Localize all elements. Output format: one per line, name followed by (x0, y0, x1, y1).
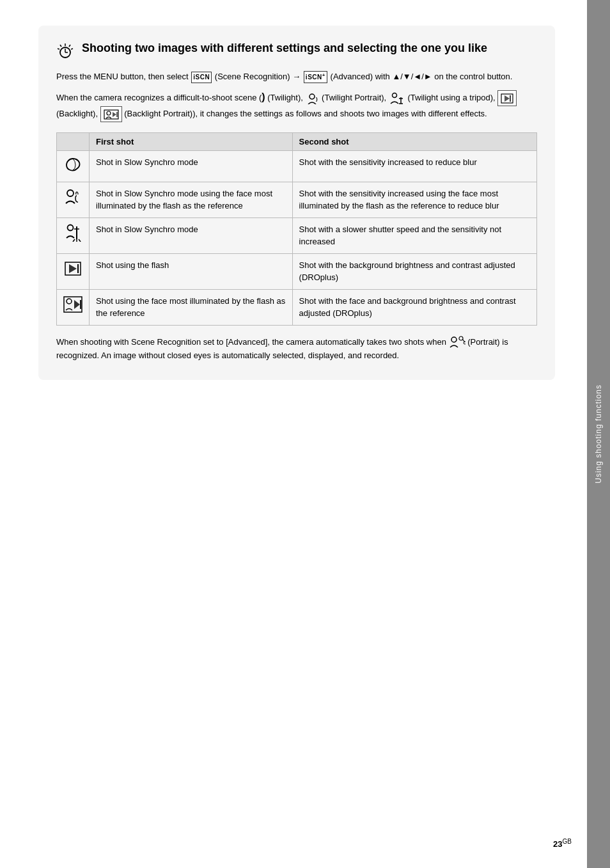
row-first-twilight-portrait: Shot in Slow Synchro mode using the face… (90, 182, 293, 217)
row-first-backlight: Shot using the flash (90, 253, 293, 289)
svg-line-27 (79, 239, 81, 242)
table-row: Shot in Slow Synchro mode Shot with a sl… (57, 217, 537, 253)
svg-text:): ) (316, 96, 318, 102)
svg-point-36 (451, 337, 457, 342)
row-first-tripod: Shot in Slow Synchro mode (90, 217, 293, 253)
svg-marker-20 (113, 112, 116, 117)
svg-point-23 (68, 225, 74, 231)
title-text: Shooting two images with different setti… (82, 41, 487, 56)
row-icon-tripod (57, 217, 90, 253)
table-row: Shot in Slow Synchro mode using the face… (57, 182, 537, 217)
row-icon-twilight (57, 150, 90, 182)
svg-line-3 (60, 45, 61, 47)
svg-line-4 (58, 49, 59, 49)
table-row: Shot using the face most illuminated by … (57, 289, 537, 325)
svg-point-19 (107, 111, 111, 115)
col-header-second: Second shot (292, 132, 536, 150)
side-tab-label: Using shooting functions (594, 384, 603, 484)
scn-badge-2: iSCN+ (304, 71, 327, 83)
svg-line-26 (73, 239, 75, 242)
content-box: Shooting two images with different setti… (38, 26, 555, 380)
intro-paragraph-2: When the camera recognizes a difficult-t… (56, 89, 537, 122)
svg-marker-16 (504, 95, 510, 102)
page-number: 23GB (553, 838, 572, 849)
backlight-icon (497, 90, 517, 106)
row-icon-backlight (57, 253, 90, 289)
table-row: Shot in Slow Synchro mode Shot with the … (57, 150, 537, 182)
note-paragraph: When shooting with Scene Recognition set… (56, 336, 537, 363)
svg-point-9 (309, 94, 315, 99)
svg-point-11 (392, 93, 396, 97)
col-header-first: First shot (90, 132, 293, 150)
row-first-backlight-portrait: Shot using the face most illuminated by … (90, 289, 293, 325)
svg-line-6 (71, 49, 73, 49)
svg-point-37 (459, 336, 463, 340)
row-icon-twilight-portrait (57, 182, 90, 217)
side-tab: Using shooting functions (587, 0, 610, 868)
col-header-icon (57, 132, 90, 150)
row-first-twilight: Shot in Slow Synchro mode (90, 150, 293, 182)
row-second-backlight: Shot with the background brightness and … (292, 253, 536, 289)
svg-point-22 (67, 190, 74, 196)
row-second-twilight-portrait: Shot with the sensitivity increased usin… (292, 182, 536, 217)
row-second-twilight: Shot with the sensitivity increased to r… (292, 150, 536, 182)
row-second-tripod: Shot with a slower shutter speed and the… (292, 217, 536, 253)
svg-marker-30 (69, 264, 77, 273)
row-second-backlight-portrait: Shot with the face and background bright… (292, 289, 536, 325)
scn-badge-1: iSCN (191, 72, 212, 83)
comparison-table: First shot Second shot Shot in Slow (56, 132, 537, 326)
svg-marker-34 (74, 300, 80, 309)
row-icon-backlight-portrait (57, 289, 90, 325)
table-row: Shot using the flash Shot with the backg… (57, 253, 537, 289)
title-icon (56, 42, 77, 60)
intro-paragraph-1: Press the MENU button, then select iSCN … (56, 70, 537, 84)
backlight-portrait-icon (100, 106, 122, 122)
svg-point-33 (66, 299, 72, 304)
arrow-icon: → (292, 72, 303, 81)
svg-line-5 (69, 45, 70, 47)
page-title: Shooting two images with different setti… (56, 41, 537, 60)
